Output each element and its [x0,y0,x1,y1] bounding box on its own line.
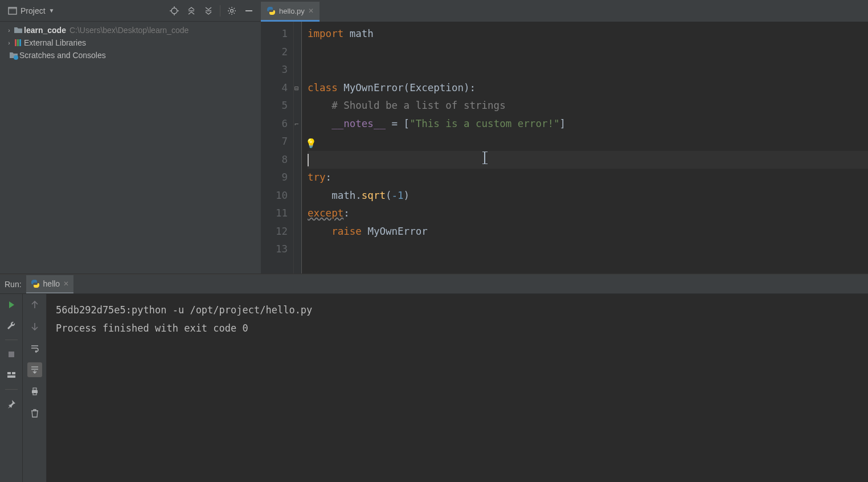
field-notes: __notes__ [331,118,386,129]
console-output[interactable]: 56db292d75e5:python -u /opt/project/hell… [47,294,868,482]
fold-gutter[interactable]: ⊟ ⌐ [294,22,302,273]
run-toolbar-left [0,294,23,482]
line-number-gutter[interactable]: 1 2 3 4 5 6 7 8 9 10 11 12 13 [261,22,294,273]
code-line[interactable] [308,240,868,259]
layout-icon[interactable] [4,367,19,382]
separator [5,389,18,390]
punct: = [ [386,118,410,129]
project-tree: › learn_code C:\Users\bex\Desktop\learn_… [0,22,261,64]
svg-rect-21 [33,393,36,395]
expand-arrow-icon[interactable]: › [6,39,13,46]
code-line[interactable]: raise MyOwnError [308,223,868,241]
run-tool-label: Run: [5,280,22,293]
code-line[interactable] [308,61,868,79]
svg-rect-18 [7,375,15,378]
divider [220,5,220,17]
code-line[interactable]: import math [308,25,868,43]
tree-node-project[interactable]: › learn_code C:\Users\bex\Desktop\learn_… [1,24,260,36]
kw-try: try [308,171,326,183]
mouse-text-cursor-icon [484,152,485,164]
fold-handle-icon[interactable]: ⊟ [294,80,298,98]
fold-end-icon[interactable]: ⌐ [294,116,298,134]
soft-wrap-icon[interactable] [27,341,42,356]
call-sqrt: sqrt [362,190,386,201]
num: -1 [392,190,404,201]
line-number: 5 [264,97,288,115]
code-line[interactable]: math.sqrt(-1) [308,187,868,205]
code-line-active[interactable] [308,151,868,169]
code-line[interactable]: try: [308,169,868,187]
close-tab-icon[interactable]: ✕ [308,7,314,15]
line-number: 13 [264,240,288,259]
rerun-icon[interactable] [4,297,19,312]
line-number: 7 [264,133,288,151]
code-line[interactable]: __notes__ = ["This is a custom error!"] [308,115,868,133]
code-line[interactable] [308,43,868,62]
run-toolbar-right [23,294,47,482]
svg-point-2 [171,8,177,14]
collapse-all-icon[interactable] [201,3,216,18]
editor-tab-bar: hello.py ✕ [261,0,868,22]
expand-all-icon[interactable] [184,3,199,18]
code-area[interactable]: import math class MyOwnError(Exception):… [302,22,868,273]
stop-icon[interactable] [4,347,19,362]
id-math: math [343,28,374,39]
scratches-icon [9,51,18,60]
pin-icon[interactable] [4,397,19,411]
console-line: Process finished with exit code 0 [56,319,859,337]
expand-arrow-icon[interactable]: › [6,27,13,34]
project-icon [8,6,17,15]
punct: ( [404,82,410,93]
punct: : [343,207,350,219]
gear-icon[interactable] [224,3,239,18]
project-tool-title[interactable]: Project ▼ [5,5,58,17]
python-file-icon [267,6,276,15]
tree-node-libraries[interactable]: › External Libraries [1,36,260,49]
svg-rect-11 [15,39,17,46]
print-icon[interactable] [27,384,42,399]
main-split: Project ▼ › [0,0,868,274]
code-line[interactable] [308,133,868,151]
console-line: 56db292d75e5:python -u /opt/project/hell… [56,301,859,319]
text-caret [308,154,309,166]
tree-path: C:\Users\bex\Desktop\learn_code [69,26,189,35]
line-number: 6 [264,115,288,133]
run-body: 56db292d75e5:python -u /opt/project/hell… [0,294,868,482]
punct: ): [464,82,476,93]
editor-tab[interactable]: hello.py ✕ [261,2,320,22]
sidebar-header: Project ▼ [0,0,261,22]
scroll-to-end-icon[interactable] [27,362,42,377]
run-panel: Run: hello ✕ [0,274,868,482]
line-number: 10 [264,187,288,205]
trash-icon[interactable] [27,406,42,420]
up-icon[interactable] [27,297,42,312]
tree-node-scratches[interactable]: Scratches and Consoles [1,49,260,62]
chevron-down-icon: ▼ [49,7,55,14]
wrench-icon[interactable] [4,318,19,333]
indent [308,118,331,129]
id-class: MyOwnError [343,82,403,93]
hide-icon[interactable] [241,3,256,18]
down-icon[interactable] [27,319,42,334]
editor-area: hello.py ✕ 1 2 3 4 5 6 7 8 9 10 11 12 13… [261,0,868,273]
run-header: Run: hello ✕ [0,275,868,294]
close-tab-icon[interactable]: ✕ [63,280,69,288]
svg-rect-15 [9,352,14,357]
id-base: Exception [410,82,464,93]
line-number: 2 [264,43,288,62]
code-line[interactable]: except: [308,205,868,223]
code-line[interactable]: class MyOwnError(Exception): [308,79,868,97]
run-tab-label: hello [43,279,60,288]
code-line[interactable]: # Should be a list of strings [308,97,868,115]
editor-body: 1 2 3 4 5 6 7 8 9 10 11 12 13 ⊟ ⌐ import… [261,22,868,273]
line-number: 12 [264,223,288,241]
tree-label: External Libraries [24,38,86,47]
svg-rect-17 [12,372,15,374]
run-tab[interactable]: hello ✕ [26,275,74,293]
locate-icon[interactable] [167,3,182,18]
project-title-text: Project [21,6,46,15]
line-number: 1 [264,25,288,43]
intention-bulb-icon[interactable]: 💡 [305,134,317,153]
indent [308,226,331,237]
libraries-icon [14,38,23,47]
